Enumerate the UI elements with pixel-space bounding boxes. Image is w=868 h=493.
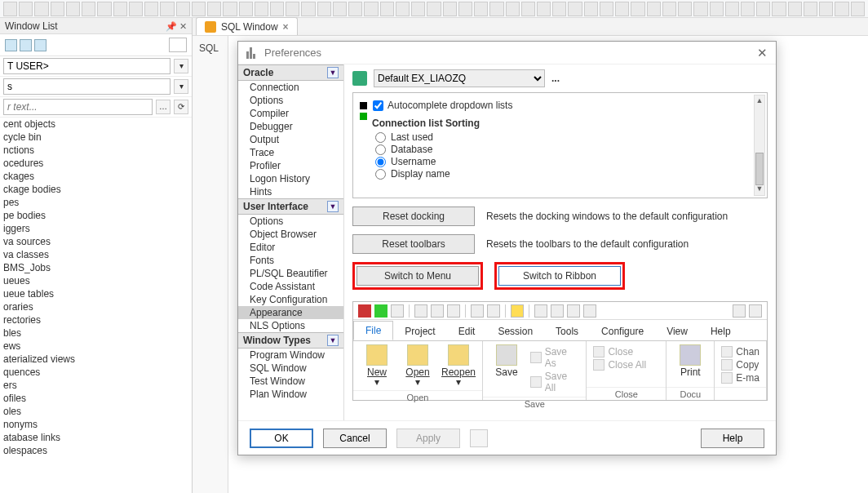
- category-item[interactable]: Test Window: [238, 375, 343, 388]
- qa-icon[interactable]: [551, 304, 564, 318]
- chevron-down-icon[interactable]: ▼: [327, 201, 339, 212]
- tree-item[interactable]: pes: [0, 196, 192, 209]
- toolbar-button[interactable]: [66, 2, 80, 16]
- toolbar-button[interactable]: [301, 2, 315, 16]
- category-item[interactable]: Fonts: [238, 254, 343, 267]
- toolbar-button[interactable]: [286, 2, 299, 16]
- switch-to-ribbon-button[interactable]: Switch to Ribbon: [498, 266, 621, 286]
- tree-item[interactable]: aterialized views: [0, 353, 192, 366]
- category-item[interactable]: Compiler: [238, 107, 343, 120]
- tree-item[interactable]: BMS_Jobs: [0, 261, 192, 274]
- dropdown-icon[interactable]: ▾: [174, 59, 188, 73]
- toolbar-button[interactable]: [333, 2, 347, 16]
- profile-select[interactable]: Default EX_LIAOZQ: [374, 69, 545, 87]
- toolbar-button[interactable]: [443, 2, 457, 16]
- category-item[interactable]: Output: [238, 133, 343, 146]
- toolbar-button[interactable]: [239, 2, 253, 16]
- tree-item[interactable]: ueue tables: [0, 287, 192, 300]
- category-item[interactable]: SQL Window: [238, 362, 343, 375]
- category-item[interactable]: PL/SQL Beautifier: [238, 267, 343, 280]
- toolbar-button[interactable]: [192, 2, 206, 16]
- toolbar-button[interactable]: [207, 2, 221, 16]
- toolbar-button[interactable]: [804, 2, 817, 16]
- ribbon-item[interactable]: Copy: [721, 359, 760, 371]
- ribbon-tab[interactable]: Session: [486, 322, 544, 340]
- qa-icon[interactable]: [414, 304, 427, 318]
- qa-icon[interactable]: [583, 304, 596, 318]
- toolbar-button[interactable]: [19, 2, 33, 16]
- tree-item[interactable]: ocedures: [0, 157, 192, 170]
- qa-icon[interactable]: [567, 304, 580, 318]
- toolbar-button[interactable]: [474, 2, 488, 16]
- tree-item[interactable]: ofiles: [0, 392, 192, 405]
- toolbar-button[interactable]: [411, 2, 425, 16]
- green-icon[interactable]: [374, 304, 388, 318]
- tree-item[interactable]: ews: [0, 340, 192, 353]
- qa-icon[interactable]: [471, 304, 484, 318]
- ribbon-tab[interactable]: Help: [699, 322, 742, 340]
- filter-icon[interactable]: [20, 39, 32, 51]
- toolbar-button[interactable]: [176, 2, 190, 16]
- switch-to-menu-button[interactable]: Switch to Menu: [356, 266, 479, 286]
- more-button[interactable]: ...: [551, 73, 560, 84]
- toolbar-button[interactable]: [647, 2, 661, 16]
- ribbon-tab[interactable]: Configure: [590, 322, 655, 340]
- category-group[interactable]: Oracle▼: [238, 64, 343, 81]
- apply-button[interactable]: Apply: [396, 429, 460, 448]
- toolbar-button[interactable]: [144, 2, 158, 16]
- ribbon-tab[interactable]: Project: [393, 322, 446, 340]
- tree-item[interactable]: atabase links: [0, 431, 192, 444]
- toolbar-button[interactable]: [615, 2, 629, 16]
- tree-item[interactable]: ckages: [0, 170, 192, 183]
- toolbar-button[interactable]: [537, 2, 551, 16]
- tree-item[interactable]: cycle bin: [0, 131, 192, 144]
- toolbar-button[interactable]: [552, 2, 566, 16]
- toolbar-button[interactable]: [819, 2, 833, 16]
- category-item[interactable]: Key Configuration: [238, 293, 343, 306]
- toolbar-button[interactable]: [662, 2, 676, 16]
- new-button[interactable]: New▾: [360, 344, 394, 387]
- ribbon-tab[interactable]: View: [655, 322, 699, 340]
- close-button[interactable]: Close: [593, 346, 646, 358]
- toolbar-button[interactable]: [113, 2, 127, 16]
- toolbar-button[interactable]: [129, 2, 143, 16]
- tree-item[interactable]: ueues: [0, 274, 192, 287]
- toolbar-button[interactable]: [788, 2, 802, 16]
- qa-icon[interactable]: [749, 304, 762, 318]
- toolbar-button[interactable]: [380, 2, 394, 16]
- category-group[interactable]: User Interface▼: [238, 198, 343, 215]
- toolbar-button[interactable]: [568, 2, 582, 16]
- help-button[interactable]: Help: [701, 429, 764, 448]
- tab-sql-window[interactable]: SQL Window ×: [196, 17, 298, 35]
- tree-item[interactable]: ckage bodies: [0, 183, 192, 196]
- qa-icon[interactable]: [447, 304, 460, 318]
- dropdown-icon[interactable]: ▾: [174, 79, 188, 94]
- chevron-down-icon[interactable]: ▼: [327, 67, 339, 78]
- sort-radio[interactable]: Display name: [375, 168, 480, 180]
- category-tree[interactable]: Oracle▼ConnectionOptionsCompilerDebugger…: [238, 64, 344, 420]
- tree-item[interactable]: cent objects: [0, 118, 192, 131]
- save-as-button[interactable]: Save As: [530, 346, 579, 369]
- toolbar-button[interactable]: [51, 2, 64, 16]
- ribbon-item[interactable]: Chan: [721, 346, 760, 358]
- reopen-button[interactable]: Reopen▾: [441, 344, 476, 387]
- filter-icon[interactable]: [34, 39, 46, 51]
- clear-icon[interactable]: ⟳: [174, 100, 188, 114]
- qa-icon[interactable]: [534, 304, 547, 318]
- tree-item[interactable]: nctions: [0, 144, 192, 157]
- tree-item[interactable]: oraries: [0, 300, 192, 313]
- reset-docking-button[interactable]: Reset docking: [352, 207, 475, 226]
- category-item[interactable]: Object Browser: [238, 228, 343, 241]
- category-item[interactable]: NLS Options: [238, 319, 343, 332]
- ok-button[interactable]: OK: [250, 429, 313, 448]
- user-field[interactable]: [3, 58, 170, 74]
- sort-radio[interactable]: Username: [375, 156, 480, 167]
- toolbar-button[interactable]: [34, 2, 48, 16]
- ribbon-item[interactable]: E-ma: [721, 372, 760, 384]
- chevron-down-icon[interactable]: ▼: [327, 335, 339, 346]
- key-icon[interactable]: [511, 304, 524, 318]
- filter-input[interactable]: [3, 99, 153, 115]
- category-item[interactable]: Hints: [238, 185, 343, 198]
- toolbar-button[interactable]: [489, 2, 503, 16]
- category-item[interactable]: Code Assistant: [238, 280, 343, 293]
